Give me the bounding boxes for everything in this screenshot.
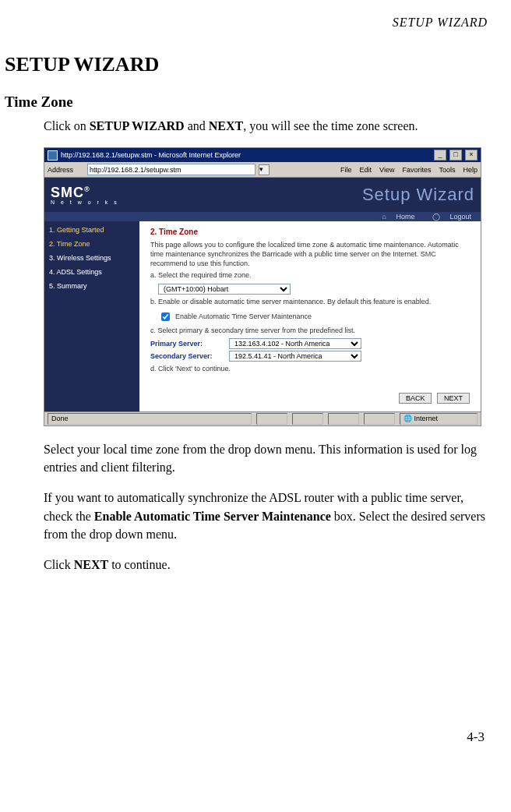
brand-bar: SMC® N e t w o r k s Setup Wizard xyxy=(44,178,481,212)
logo-subtext: N e t w o r k s xyxy=(51,199,119,205)
address-label: Address xyxy=(48,166,73,174)
minimize-button[interactable]: _ xyxy=(434,150,446,161)
status-bar: Done 🌐 Internet xyxy=(44,411,481,425)
menu-favorites[interactable]: Favorites xyxy=(402,166,431,174)
home-link[interactable]: ⌂ Home xyxy=(374,213,414,221)
section-heading: Time Zone xyxy=(5,94,488,111)
window-title: http://192.168.2.1/setupw.stm - Microsof… xyxy=(61,151,431,159)
browser-menu: File Edit View Favorites Tools Help xyxy=(340,166,478,174)
page-icon xyxy=(76,166,84,174)
page-number: 4-3 xyxy=(5,729,488,745)
text: Click on xyxy=(44,119,90,132)
utility-bar: ⌂ Home ◯ Logout xyxy=(44,212,481,221)
text-bold: Enable Automatic Time Server Maintenance xyxy=(94,510,331,523)
wizard-step-c: c. Select primary & secondary time serve… xyxy=(150,327,470,336)
status-seg xyxy=(256,413,287,425)
dropdown-icon[interactable]: ▾ xyxy=(259,164,270,175)
logout-link[interactable]: ◯ Logout xyxy=(425,213,471,221)
status-seg xyxy=(364,413,395,425)
paragraph-3: If you want to automatically synchronize… xyxy=(44,489,488,543)
ie-icon xyxy=(48,150,58,161)
timezone-select[interactable]: (GMT+10:00) Hobart xyxy=(158,284,291,295)
sidebar-item-summary[interactable]: 5. Summary xyxy=(49,282,135,290)
menu-file[interactable]: File xyxy=(340,166,352,174)
close-button[interactable]: × xyxy=(465,150,478,161)
status-right-label: Internet xyxy=(414,415,439,422)
running-head: SETUP WIZARD xyxy=(5,16,488,30)
paragraph-4: Click NEXT to continue. xyxy=(44,556,488,574)
address-bar: Address ▾ File Edit View Favorites Tools… xyxy=(44,162,481,178)
sidebar-item-wireless-settings[interactable]: 3. Wireless Settings xyxy=(49,254,135,262)
back-button[interactable]: BACK xyxy=(399,393,432,404)
status-right: 🌐 Internet xyxy=(400,413,478,425)
home-icon: ⌂ xyxy=(382,213,386,221)
auto-time-label: Enable Automatic Time Server Maintenance xyxy=(175,312,312,320)
logo: SMC® xyxy=(51,185,90,200)
logo-text: SMC xyxy=(51,185,84,200)
status-seg xyxy=(328,413,359,425)
wizard-step-d: d. Click 'Next' to continue. xyxy=(150,365,470,374)
wizard-sidebar: 1. Getting Started 2. Time Zone 3. Wirel… xyxy=(44,221,139,411)
address-input[interactable] xyxy=(87,164,256,175)
paragraph-2: Select your local time zone from the dro… xyxy=(44,440,488,476)
primary-server-label: Primary Server: xyxy=(150,340,224,348)
screenshot-figure: http://192.168.2.1/setupw.stm - Microsof… xyxy=(44,147,481,426)
menu-help[interactable]: Help xyxy=(463,166,478,174)
text: , you will see the time zone screen. xyxy=(243,119,418,132)
home-label: Home xyxy=(396,213,414,221)
logout-label: Logout xyxy=(449,213,471,221)
intro-paragraph: Click on SETUP WIZARD and NEXT, you will… xyxy=(44,117,488,135)
text-bold: NEXT xyxy=(209,119,243,132)
wizard-section-title: 2. Time Zone xyxy=(150,228,470,236)
text: to continue. xyxy=(108,558,171,571)
logout-icon: ◯ xyxy=(432,213,440,221)
page-title: SETUP WIZARD xyxy=(5,53,488,76)
secondary-server-select[interactable]: 192.5.41.41 - North America xyxy=(229,351,361,362)
menu-edit[interactable]: Edit xyxy=(360,166,372,174)
next-button[interactable]: NEXT xyxy=(437,393,470,404)
wizard-heading: Setup Wizard xyxy=(362,185,474,205)
menu-tools[interactable]: Tools xyxy=(439,166,455,174)
status-left: Done xyxy=(48,413,252,425)
maximize-button[interactable]: □ xyxy=(449,150,462,161)
menu-view[interactable]: View xyxy=(379,166,394,174)
wizard-main: 2. Time Zone This page allows you to con… xyxy=(139,221,481,411)
text-bold: SETUP WIZARD xyxy=(90,119,185,132)
sidebar-item-getting-started[interactable]: 1. Getting Started xyxy=(49,226,135,234)
sidebar-item-time-zone[interactable]: 2. Time Zone xyxy=(49,240,135,248)
auto-time-checkbox[interactable] xyxy=(161,312,170,321)
window-titlebar: http://192.168.2.1/setupw.stm - Microsof… xyxy=(44,148,481,162)
wizard-step-a: a. Select the required time zone. xyxy=(150,271,470,281)
text: Click xyxy=(44,558,74,571)
registered-mark: ® xyxy=(84,185,90,193)
primary-server-select[interactable]: 132.163.4.102 - North America xyxy=(229,338,361,349)
wizard-intro: This page allows you to configure the lo… xyxy=(150,241,470,268)
status-seg xyxy=(292,413,323,425)
secondary-server-label: Secondary Server: xyxy=(150,352,224,360)
text: and xyxy=(185,119,209,132)
text-bold: NEXT xyxy=(74,558,108,571)
sidebar-item-adsl-settings[interactable]: 4. ADSL Settings xyxy=(49,268,135,276)
wizard-step-b: b. Enable or disable automatic time serv… xyxy=(150,298,470,307)
